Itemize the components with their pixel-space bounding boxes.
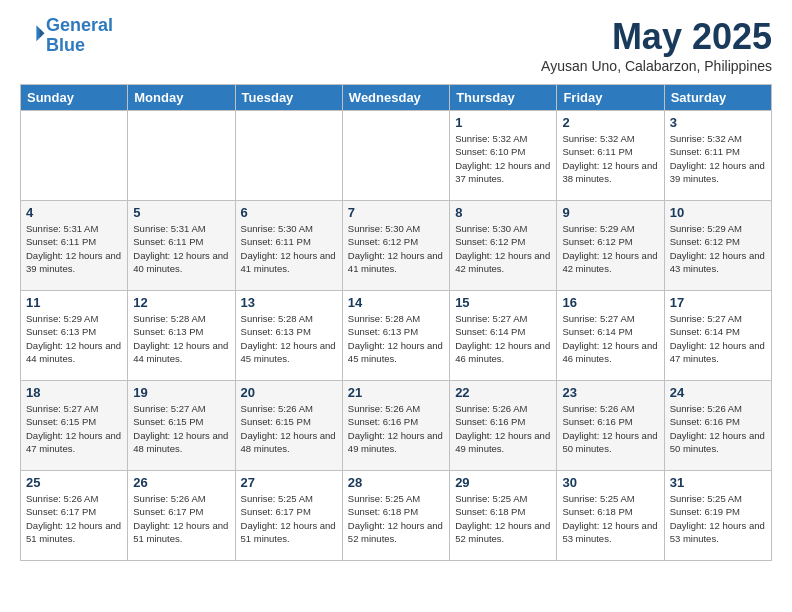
day-info: Sunrise: 5:26 AM Sunset: 6:17 PM Dayligh… [133,492,229,545]
header: General Blue May 2025 Ayusan Uno, Calaba… [20,16,772,74]
logo-text: General Blue [46,16,113,56]
calendar-cell: 14Sunrise: 5:28 AM Sunset: 6:13 PM Dayli… [342,291,449,381]
day-info: Sunrise: 5:25 AM Sunset: 6:19 PM Dayligh… [670,492,766,545]
calendar-cell: 16Sunrise: 5:27 AM Sunset: 6:14 PM Dayli… [557,291,664,381]
day-info: Sunrise: 5:27 AM Sunset: 6:14 PM Dayligh… [670,312,766,365]
logo-general: General [46,15,113,35]
calendar-cell: 17Sunrise: 5:27 AM Sunset: 6:14 PM Dayli… [664,291,771,381]
calendar-week-5: 25Sunrise: 5:26 AM Sunset: 6:17 PM Dayli… [21,471,772,561]
day-info: Sunrise: 5:26 AM Sunset: 6:16 PM Dayligh… [455,402,551,455]
day-info: Sunrise: 5:27 AM Sunset: 6:15 PM Dayligh… [26,402,122,455]
calendar-cell: 7Sunrise: 5:30 AM Sunset: 6:12 PM Daylig… [342,201,449,291]
day-number: 1 [455,115,551,130]
calendar-cell: 23Sunrise: 5:26 AM Sunset: 6:16 PM Dayli… [557,381,664,471]
calendar-header-thursday: Thursday [450,85,557,111]
calendar-cell: 31Sunrise: 5:25 AM Sunset: 6:19 PM Dayli… [664,471,771,561]
calendar-cell: 13Sunrise: 5:28 AM Sunset: 6:13 PM Dayli… [235,291,342,381]
calendar-cell: 6Sunrise: 5:30 AM Sunset: 6:11 PM Daylig… [235,201,342,291]
calendar-header-friday: Friday [557,85,664,111]
calendar-cell: 24Sunrise: 5:26 AM Sunset: 6:16 PM Dayli… [664,381,771,471]
calendar-cell: 1Sunrise: 5:32 AM Sunset: 6:10 PM Daylig… [450,111,557,201]
day-info: Sunrise: 5:25 AM Sunset: 6:18 PM Dayligh… [348,492,444,545]
day-number: 6 [241,205,337,220]
day-info: Sunrise: 5:28 AM Sunset: 6:13 PM Dayligh… [133,312,229,365]
calendar-cell [342,111,449,201]
day-number: 25 [26,475,122,490]
calendar-week-1: 1Sunrise: 5:32 AM Sunset: 6:10 PM Daylig… [21,111,772,201]
calendar-cell: 10Sunrise: 5:29 AM Sunset: 6:12 PM Dayli… [664,201,771,291]
day-number: 23 [562,385,658,400]
calendar-cell [235,111,342,201]
calendar-cell: 27Sunrise: 5:25 AM Sunset: 6:17 PM Dayli… [235,471,342,561]
day-number: 4 [26,205,122,220]
day-number: 10 [670,205,766,220]
day-info: Sunrise: 5:26 AM Sunset: 6:16 PM Dayligh… [562,402,658,455]
calendar-header-row: SundayMondayTuesdayWednesdayThursdayFrid… [21,85,772,111]
day-number: 21 [348,385,444,400]
day-number: 19 [133,385,229,400]
day-number: 8 [455,205,551,220]
day-info: Sunrise: 5:31 AM Sunset: 6:11 PM Dayligh… [133,222,229,275]
calendar-cell: 28Sunrise: 5:25 AM Sunset: 6:18 PM Dayli… [342,471,449,561]
day-number: 17 [670,295,766,310]
calendar-cell: 19Sunrise: 5:27 AM Sunset: 6:15 PM Dayli… [128,381,235,471]
calendar-cell: 3Sunrise: 5:32 AM Sunset: 6:11 PM Daylig… [664,111,771,201]
day-info: Sunrise: 5:26 AM Sunset: 6:15 PM Dayligh… [241,402,337,455]
day-number: 14 [348,295,444,310]
day-number: 7 [348,205,444,220]
location: Ayusan Uno, Calabarzon, Philippines [541,58,772,74]
day-number: 3 [670,115,766,130]
calendar-cell: 5Sunrise: 5:31 AM Sunset: 6:11 PM Daylig… [128,201,235,291]
day-info: Sunrise: 5:27 AM Sunset: 6:15 PM Dayligh… [133,402,229,455]
day-number: 22 [455,385,551,400]
calendar: SundayMondayTuesdayWednesdayThursdayFrid… [20,84,772,561]
day-number: 9 [562,205,658,220]
day-info: Sunrise: 5:26 AM Sunset: 6:17 PM Dayligh… [26,492,122,545]
day-info: Sunrise: 5:32 AM Sunset: 6:10 PM Dayligh… [455,132,551,185]
day-info: Sunrise: 5:30 AM Sunset: 6:12 PM Dayligh… [455,222,551,275]
day-number: 24 [670,385,766,400]
logo: General Blue [20,16,113,56]
calendar-cell: 15Sunrise: 5:27 AM Sunset: 6:14 PM Dayli… [450,291,557,381]
day-info: Sunrise: 5:25 AM Sunset: 6:18 PM Dayligh… [562,492,658,545]
calendar-cell: 4Sunrise: 5:31 AM Sunset: 6:11 PM Daylig… [21,201,128,291]
day-number: 11 [26,295,122,310]
day-info: Sunrise: 5:29 AM Sunset: 6:12 PM Dayligh… [670,222,766,275]
month-title: May 2025 [541,16,772,58]
calendar-cell: 26Sunrise: 5:26 AM Sunset: 6:17 PM Dayli… [128,471,235,561]
day-info: Sunrise: 5:28 AM Sunset: 6:13 PM Dayligh… [348,312,444,365]
calendar-header-wednesday: Wednesday [342,85,449,111]
day-info: Sunrise: 5:30 AM Sunset: 6:12 PM Dayligh… [348,222,444,275]
day-info: Sunrise: 5:25 AM Sunset: 6:17 PM Dayligh… [241,492,337,545]
day-number: 5 [133,205,229,220]
calendar-cell: 2Sunrise: 5:32 AM Sunset: 6:11 PM Daylig… [557,111,664,201]
logo-blue: Blue [46,35,85,55]
calendar-cell: 9Sunrise: 5:29 AM Sunset: 6:12 PM Daylig… [557,201,664,291]
calendar-cell: 18Sunrise: 5:27 AM Sunset: 6:15 PM Dayli… [21,381,128,471]
calendar-cell: 22Sunrise: 5:26 AM Sunset: 6:16 PM Dayli… [450,381,557,471]
calendar-cell [21,111,128,201]
day-number: 2 [562,115,658,130]
calendar-header-saturday: Saturday [664,85,771,111]
calendar-cell: 11Sunrise: 5:29 AM Sunset: 6:13 PM Dayli… [21,291,128,381]
page: General Blue May 2025 Ayusan Uno, Calaba… [0,0,792,577]
title-block: May 2025 Ayusan Uno, Calabarzon, Philipp… [541,16,772,74]
day-info: Sunrise: 5:32 AM Sunset: 6:11 PM Dayligh… [670,132,766,185]
day-info: Sunrise: 5:26 AM Sunset: 6:16 PM Dayligh… [348,402,444,455]
day-info: Sunrise: 5:29 AM Sunset: 6:12 PM Dayligh… [562,222,658,275]
calendar-cell: 20Sunrise: 5:26 AM Sunset: 6:15 PM Dayli… [235,381,342,471]
calendar-cell: 12Sunrise: 5:28 AM Sunset: 6:13 PM Dayli… [128,291,235,381]
calendar-header-tuesday: Tuesday [235,85,342,111]
day-number: 20 [241,385,337,400]
logo-icon [22,22,46,46]
day-number: 29 [455,475,551,490]
day-number: 18 [26,385,122,400]
calendar-cell: 8Sunrise: 5:30 AM Sunset: 6:12 PM Daylig… [450,201,557,291]
day-info: Sunrise: 5:26 AM Sunset: 6:16 PM Dayligh… [670,402,766,455]
day-number: 28 [348,475,444,490]
day-info: Sunrise: 5:27 AM Sunset: 6:14 PM Dayligh… [562,312,658,365]
day-info: Sunrise: 5:30 AM Sunset: 6:11 PM Dayligh… [241,222,337,275]
day-number: 13 [241,295,337,310]
calendar-header-monday: Monday [128,85,235,111]
day-info: Sunrise: 5:28 AM Sunset: 6:13 PM Dayligh… [241,312,337,365]
